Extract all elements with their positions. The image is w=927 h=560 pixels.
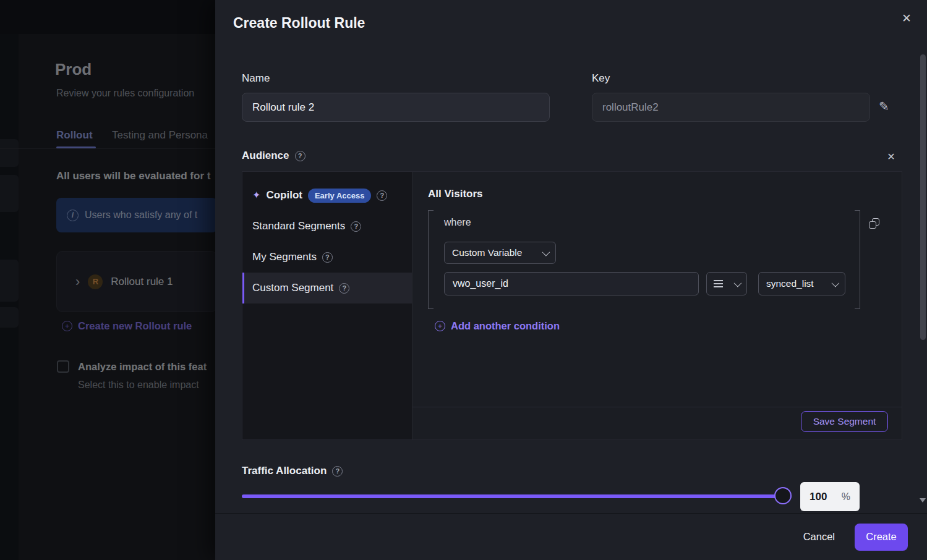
- add-condition-label: Add another condition: [451, 320, 560, 332]
- condition-bracket-left: [428, 210, 434, 309]
- help-icon[interactable]: ?: [351, 221, 361, 232]
- early-access-badge: Early Access: [308, 189, 371, 203]
- audience-header: Audience ?: [242, 150, 305, 162]
- edit-key-icon[interactable]: ✎: [879, 99, 889, 114]
- variable-name-input[interactable]: [444, 272, 699, 295]
- close-icon[interactable]: ✕: [898, 9, 915, 27]
- chevron-down-icon: [832, 279, 840, 287]
- help-icon[interactable]: ?: [295, 151, 305, 161]
- segment-title: All Visitors: [428, 188, 483, 200]
- slider-handle[interactable]: [774, 487, 792, 504]
- create-button[interactable]: Create: [855, 524, 908, 551]
- segment-type-label: Copilot: [266, 189, 302, 202]
- segment-type-list: ✦ Copilot Early Access ? Standard Segmen…: [242, 172, 412, 439]
- audience-builder: ✦ Copilot Early Access ? Standard Segmen…: [242, 171, 902, 440]
- audience-label: Audience: [242, 150, 289, 162]
- key-label: Key: [592, 72, 610, 85]
- help-icon[interactable]: ?: [339, 283, 349, 294]
- traffic-allocation-input[interactable]: 100 %: [800, 482, 860, 511]
- cancel-button[interactable]: Cancel: [803, 531, 835, 543]
- name-input[interactable]: [242, 93, 550, 122]
- save-segment-button[interactable]: Save Segment: [801, 411, 888, 432]
- condition-type-value: Custom Variable: [452, 247, 522, 258]
- editor-divider: [412, 407, 902, 407]
- segment-type-my-segments[interactable]: My Segments ?: [242, 242, 412, 273]
- key-input[interactable]: [592, 93, 870, 122]
- chevron-down-icon: [734, 279, 742, 287]
- segment-type-copilot[interactable]: ✦ Copilot Early Access ?: [242, 180, 412, 211]
- segment-type-label: Custom Segment: [252, 282, 333, 294]
- copy-icon-front: [869, 221, 876, 229]
- traffic-allocation-slider[interactable]: [242, 494, 792, 498]
- list-icon: [714, 280, 723, 287]
- help-icon[interactable]: ?: [377, 190, 387, 201]
- help-icon[interactable]: ?: [322, 252, 333, 263]
- copy-icon[interactable]: [869, 218, 881, 231]
- traffic-allocation-unit: %: [842, 491, 850, 503]
- segment-editor: All Visitors where Custom Variable: [412, 172, 902, 439]
- modal-title: Create Rollout Rule: [233, 15, 365, 32]
- segment-type-custom[interactable]: Custom Segment ?: [242, 273, 412, 303]
- add-condition-link[interactable]: + Add another condition: [435, 320, 560, 332]
- chevron-down-icon: [542, 248, 550, 256]
- operator-value-dropdown[interactable]: synced_list: [758, 272, 845, 295]
- condition-bracket-right: [855, 210, 860, 309]
- condition-type-dropdown[interactable]: Custom Variable: [444, 242, 556, 264]
- scrollbar-down-arrow[interactable]: [920, 498, 926, 503]
- traffic-allocation-header: Traffic Allocation ?: [242, 465, 343, 477]
- segment-type-label: Standard Segments: [252, 220, 345, 232]
- segment-type-label: My Segments: [252, 251, 317, 263]
- modal-scrollbar-thumb[interactable]: [920, 54, 926, 340]
- plus-icon: +: [435, 321, 445, 331]
- name-label: Name: [242, 72, 270, 85]
- where-label: where: [444, 217, 471, 228]
- operator-value: synced_list: [766, 278, 814, 289]
- help-icon[interactable]: ?: [332, 466, 343, 477]
- modal-footer: Cancel Create: [215, 513, 927, 560]
- app-root: Prod Review your rules configuration Rol…: [0, 0, 927, 560]
- traffic-allocation-value: 100: [810, 491, 827, 503]
- operator-dropdown[interactable]: [706, 272, 747, 295]
- sparkle-icon: ✦: [252, 190, 260, 200]
- segment-type-standard[interactable]: Standard Segments ?: [242, 211, 412, 242]
- traffic-allocation-label: Traffic Allocation: [242, 465, 327, 477]
- audience-close-icon[interactable]: ✕: [883, 148, 899, 164]
- create-rollout-rule-modal: Create Rollout Rule ✕ Name Key ✎ Audienc…: [215, 0, 927, 560]
